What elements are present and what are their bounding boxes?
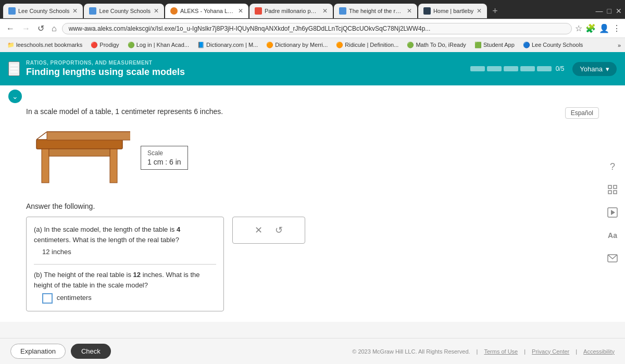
tab-height[interactable]: The height of the rea... ✕ [334,4,417,18]
user-chevron-icon: ▾ [606,65,609,73]
refresh-button[interactable]: ↺ [275,224,283,236]
tab-label-height: The height of the rea... [349,8,404,14]
bookmark-ridicule-label: 🟠 Ridicule | Definition... [336,42,398,48]
reload-button[interactable]: ↺ [35,22,46,34]
bookmark-lee-county[interactable]: 🔵 Lee County Schools [520,41,586,49]
profile-icon[interactable]: 👤 [599,23,609,33]
progress-segment-5 [537,66,552,71]
home-button[interactable]: ⌂ [49,23,59,34]
back-button[interactable]: ← [4,23,17,34]
accessibility-link[interactable]: Accessibility [583,348,615,355]
new-tab-button[interactable]: + [488,6,502,17]
svg-rect-9 [614,185,617,189]
bookmark-khan[interactable]: 🟢 Log in | Khan Acad... [124,41,192,49]
tab-bartleby[interactable]: Home | bartleby ✕ [418,4,487,18]
question-divider [34,264,216,265]
address-bar: ← → ↺ ⌂ ☆ 🧩 👤 ⋮ [0,19,625,37]
grid-icon[interactable] [605,182,620,197]
bookmark-math[interactable]: 🟢 Math To Do, iReady [404,41,469,49]
question-b-text: (b) The height of the real table is 12 i… [34,270,216,290]
qa-prefix: (a) In the scale model, the length of th… [34,225,177,233]
play-icon[interactable] [605,205,620,220]
answer-b-input[interactable] [42,293,53,304]
bookmark-dictionary[interactable]: 📘 Dictionary.com | M... [194,41,261,49]
progress-text: 0/5 [556,65,565,72]
bookmark-star-icon[interactable]: ☆ [575,23,582,33]
tab-padre[interactable]: Padre millonario por... ✕ [249,4,333,18]
bookmarks-bar: 📁 leeschools.net bookmarks 🔴 Prodigy 🟢 L… [0,37,625,52]
clear-button[interactable]: ✕ [255,224,262,236]
topic-info: RATIOS, PROPORTIONS, AND MEASUREMENT Fin… [26,60,470,78]
bookmark-merriam[interactable]: 🟠 Dictionary by Merri... [263,41,331,49]
tab-lee-county-1[interactable]: Lee County Schools ✕ [3,4,83,18]
check-button[interactable]: Check [71,344,111,359]
svg-rect-8 [608,185,611,189]
answer-action-box[interactable]: ✕ ↺ [232,217,305,244]
tab-label-bartleby: Home | bartleby [433,8,473,14]
font-icon[interactable]: Aa [605,228,620,243]
svg-rect-10 [608,191,611,194]
tab-close-height[interactable]: ✕ [407,7,412,15]
tab-close-2[interactable]: ✕ [154,7,159,15]
bookmark-dictionary-label: 📘 Dictionary.com | M... [197,42,258,48]
maximize-icon[interactable]: □ [607,7,611,15]
bottom-left-buttons: Explanation Check [10,344,111,359]
footer-sep-2: | [524,348,526,355]
tab-favicon-height [339,7,346,15]
minimize-icon[interactable]: ― [596,7,603,15]
bookmark-prodigy-label: 🔴 Prodigy [91,42,119,48]
footer: © 2023 McGraw Hill LLC. All Rights Reser… [352,348,615,355]
figure-area: Scale 1 cm : 6 in [26,124,599,192]
user-name-label: Yohana [580,65,603,73]
espanol-button[interactable]: Español [565,107,599,119]
topic-category: RATIOS, PROPORTIONS, AND MEASUREMENT [26,60,470,66]
tab-favicon-aleks [170,7,178,15]
table-figure [26,124,130,192]
terms-link[interactable]: Terms of Use [484,348,518,355]
tab-close-padre[interactable]: ✕ [322,7,328,15]
question-a-text: (a) In the scale model, the length of th… [34,224,216,245]
tab-close-1[interactable]: ✕ [72,7,78,15]
footer-sep-3: | [576,348,577,355]
aleks-header: ☰ RATIOS, PROPORTIONS, AND MEASUREMENT F… [0,52,625,85]
tab-close-aleks[interactable]: ✕ [238,7,243,15]
bookmark-khan-label: 🟢 Log in | Khan Acad... [128,42,189,48]
browser-toolbar-icons: ☆ 🧩 👤 ⋮ [575,23,621,33]
help-icon[interactable]: ? [605,159,620,174]
forward-button[interactable]: → [20,23,32,34]
bookmark-ridicule[interactable]: 🟠 Ridicule | Definition... [333,41,402,49]
progress-area: 0/5 [470,65,565,72]
extensions-icon[interactable]: 🧩 [585,23,596,33]
bookmark-leeschools[interactable]: 📁 leeschools.net bookmarks [4,41,85,49]
svg-rect-3 [49,149,110,156]
tab-label-aleks: ALEKS - Yohana Lux-... [180,8,235,14]
chevron-row: ⌄ [0,85,625,107]
tab-close-bartleby[interactable]: ✕ [477,7,482,15]
bookmark-math-label: 🟢 Math To Do, iReady [407,42,466,48]
tab-label-padre: Padre millonario por... [265,8,319,14]
mail-icon[interactable] [605,251,620,266]
svg-rect-7 [47,132,130,140]
hamburger-menu-button[interactable]: ☰ [8,61,20,76]
answer-b-area: centimeters [42,293,216,304]
address-input[interactable] [62,23,572,34]
bottom-bar: Explanation Check © 2023 McGraw Hill LLC… [0,338,625,364]
questions-area: (a) In the scale model, the length of th… [26,217,599,311]
bookmark-leeschools-label: 📁 leeschools.net bookmarks [7,42,82,48]
bookmark-prodigy[interactable]: 🔴 Prodigy [88,41,122,49]
progress-segment-4 [520,66,535,71]
bookmarks-overflow[interactable]: » [618,42,621,48]
bookmark-student[interactable]: 🟩 Student App [471,41,518,49]
close-window-icon[interactable]: ✕ [616,7,622,15]
qb-value: 12 [133,271,141,279]
menu-icon[interactable]: ⋮ [612,23,621,33]
explanation-button[interactable]: Explanation [10,344,66,359]
tab-favicon-bartleby [423,7,431,15]
privacy-link[interactable]: Privacy Center [532,348,569,355]
aleks-app: ☰ RATIOS, PROPORTIONS, AND MEASUREMENT F… [0,52,625,322]
tab-lee-county-2[interactable]: Lee County Schools ✕ [84,4,164,18]
tab-aleks[interactable]: ALEKS - Yohana Lux-... ✕ [165,4,248,18]
right-icons-panel: ? Aa [605,159,620,266]
user-menu-button[interactable]: Yohana ▾ [572,62,617,76]
collapse-button[interactable]: ⌄ [8,90,22,103]
